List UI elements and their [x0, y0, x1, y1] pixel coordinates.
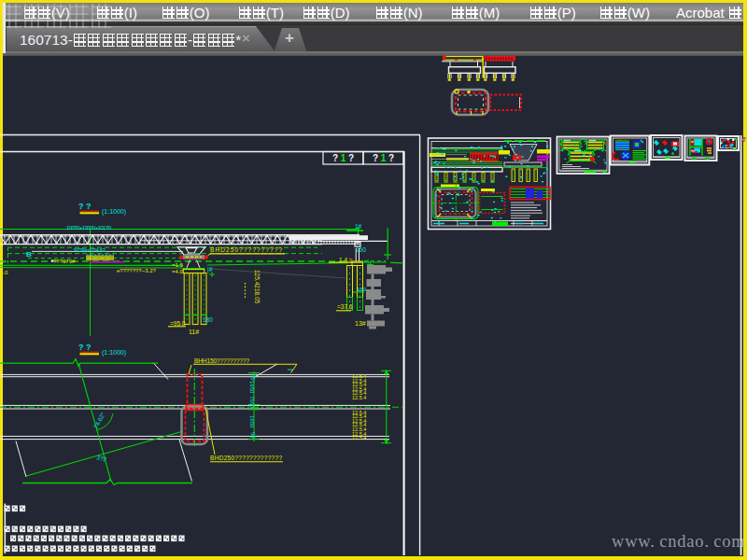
svg-text:BHD250?????????????: BHD250????????????? [210, 455, 282, 461]
svg-text:BHH150??????????: BHH150?????????? [194, 357, 249, 364]
svg-text:150: 150 [357, 287, 367, 292]
svg-text:10070+13000+10170: 10070+13000+10170 [66, 225, 112, 231]
svg-text:1650: 1650 [249, 415, 255, 428]
svg-text:1650: 1650 [249, 381, 255, 394]
svg-text:3?2: 3?2 [96, 454, 108, 463]
svg-text:9739/m??4.62: 9739/m??4.62 [74, 247, 106, 253]
svg-text:180: 180 [203, 316, 213, 323]
svg-text:=95.0: =95.0 [170, 320, 186, 327]
svg-text:?: ? [388, 153, 394, 163]
svg-text:1.4 =: 1.4 = [339, 257, 353, 263]
svg-text:1: 1 [341, 153, 346, 163]
svg-text:(1:1000): (1:1000) [102, 349, 126, 357]
svg-text:1: 1 [381, 153, 387, 163]
svg-text:=4.0: =4.0 [172, 269, 184, 274]
svg-text:? ?: ? ? [78, 343, 92, 352]
svg-text:=37.6: =37.6 [337, 303, 353, 310]
svg-text:1#: 1# [355, 223, 362, 230]
svg-text:5.0: 5.0 [0, 270, 8, 275]
svg-text:?: ? [348, 153, 354, 163]
svg-text:?: ? [373, 153, 378, 163]
svg-text:???179#: ???179# [53, 259, 76, 264]
svg-text:7560: 7560 [249, 396, 255, 409]
svg-text:?: ? [332, 153, 338, 163]
svg-text:e???????~3.2?: e???????~3.2? [117, 268, 157, 273]
svg-text:12.5.4: 12.5.4 [352, 395, 366, 400]
svg-text:150: 150 [356, 246, 366, 253]
svg-text:5.: 5. [0, 259, 5, 264]
svg-text:12.5.4: 12.5.4 [352, 435, 366, 441]
svg-text:50: 50 [250, 432, 256, 439]
svg-text:=1.5: =1.5 [172, 262, 184, 268]
svg-text:13#: 13# [355, 320, 366, 327]
svg-text:B: B [26, 250, 32, 259]
svg-text:(1:1000): (1:1000) [102, 208, 126, 216]
svg-text:11#: 11# [189, 329, 199, 335]
svg-text:BHD250??????????: BHD250?????????? [210, 246, 282, 253]
svg-text:125.4218.05: 125.4218.05 [254, 270, 261, 304]
svg-text:? ?: ? ? [78, 202, 92, 211]
